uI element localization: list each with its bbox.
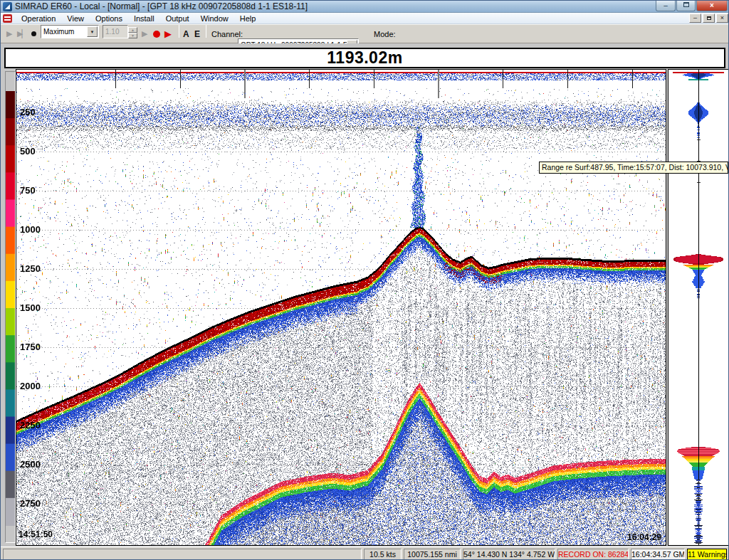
depth-tick: 1250 <box>20 263 41 274</box>
ping-indicator-icon <box>31 31 36 36</box>
menu-operation[interactable]: Operation <box>16 14 61 23</box>
chevron-down-icon[interactable]: ▼ <box>87 26 98 37</box>
status-bar: 10.5 kts 10075.155 nmi 54° 14.430 N 134°… <box>1 546 729 560</box>
app-window: SIMRAD ER60 - Local - [Normal] - [GPT 18… <box>0 0 729 560</box>
annotation-a-button[interactable]: A <box>180 25 192 43</box>
menu-bar: Operation View Options Install Output Wi… <box>1 13 729 24</box>
menu-install[interactable]: Install <box>128 14 160 23</box>
single-ping-canvas[interactable] <box>668 70 728 545</box>
color-scale-canvas <box>6 72 15 542</box>
color-scale-bar <box>5 71 16 543</box>
record-dot-icon[interactable] <box>153 31 160 38</box>
detected-depth-readout: 1193.02m <box>4 48 725 68</box>
maximize-button[interactable] <box>676 1 696 11</box>
toolbar-separator-2 <box>206 25 206 38</box>
depth-tick: 250 <box>20 107 36 117</box>
depth-tick: 1500 <box>20 302 41 313</box>
forward-icon[interactable]: ▶ <box>142 30 147 38</box>
depth-tick: 2750 <box>20 498 41 509</box>
app-icon <box>3 2 12 11</box>
menu-window[interactable]: Window <box>195 14 234 23</box>
range-step-arrows[interactable]: ▲▼ <box>128 27 137 45</box>
echogram-view: 1193.02m 250 500 750 1000 1250 1500 1750… <box>1 43 729 546</box>
status-log: 10075.155 nmi <box>404 549 461 560</box>
record-play-icon[interactable]: ▶ <box>164 29 172 38</box>
range-mode-combobox[interactable]: Maximum ▼ <box>41 25 99 38</box>
depth-tick: 2500 <box>20 459 41 470</box>
range-step-value: 1.10 <box>103 28 121 36</box>
cursor-tooltip: Range re Surf:487.95, Time:15:57:07, Dis… <box>539 162 728 174</box>
single-ping-panel <box>668 69 729 546</box>
toolbar-separator <box>179 25 179 38</box>
title-bar[interactable]: SIMRAD ER60 - Local - [Normal] - [GPT 18… <box>1 1 729 13</box>
mdi-restore-button[interactable] <box>703 14 715 23</box>
status-speed: 10.5 kts <box>364 549 402 560</box>
window-title: SIMRAD ER60 - Local - [Normal] - [GPT 18… <box>15 1 308 11</box>
depth-tick: 750 <box>20 185 36 196</box>
menu-options[interactable]: Options <box>90 14 128 23</box>
status-empty-panel <box>3 549 362 560</box>
status-warnings[interactable]: 11 Warnings <box>687 549 727 560</box>
depth-tick: 500 <box>20 146 36 157</box>
range-step-spinner[interactable]: 1.10 <box>103 25 128 38</box>
depth-tick: 1750 <box>20 342 41 352</box>
depth-tick: 1000 <box>20 224 41 235</box>
range-mode-value: Maximum <box>41 28 87 36</box>
replay-play-icon[interactable]: ▶ <box>6 30 12 38</box>
menu-output[interactable]: Output <box>160 14 195 23</box>
status-clock: 16:04:34.57 GMT <box>631 549 685 560</box>
depth-tick: 2250 <box>20 420 41 430</box>
end-time-label: 16:04:29 <box>627 532 661 542</box>
echogram-canvas[interactable] <box>16 70 666 545</box>
depth-tick: 2000 <box>20 381 41 391</box>
close-button[interactable]: × <box>696 1 728 11</box>
event-e-button[interactable]: E <box>192 25 203 43</box>
minimize-button[interactable]: – <box>656 1 676 11</box>
echogram-frame: 250 500 750 1000 1250 1500 1750 2000 225… <box>16 69 666 546</box>
mdi-minimize-button[interactable]: – <box>689 14 701 23</box>
mdi-child-icon[interactable] <box>3 14 12 23</box>
status-record: RECORD ON: 8628428 <box>557 549 629 560</box>
mdi-close-button[interactable]: × <box>716 14 728 23</box>
mode-label: Mode: <box>374 25 396 43</box>
menu-help[interactable]: Help <box>234 14 262 23</box>
menu-view[interactable]: View <box>61 14 90 23</box>
replay-step-icon[interactable]: ▶▏ <box>17 30 26 38</box>
start-time-label: 14:51:50 <box>19 529 53 539</box>
toolbar: ▶ ▶▏ Maximum ▼ 1.10 ▲▼ ▶ ▶ A E Channel: … <box>1 24 729 43</box>
status-position: 54° 14.430 N 134° 4.752 W <box>463 549 555 560</box>
